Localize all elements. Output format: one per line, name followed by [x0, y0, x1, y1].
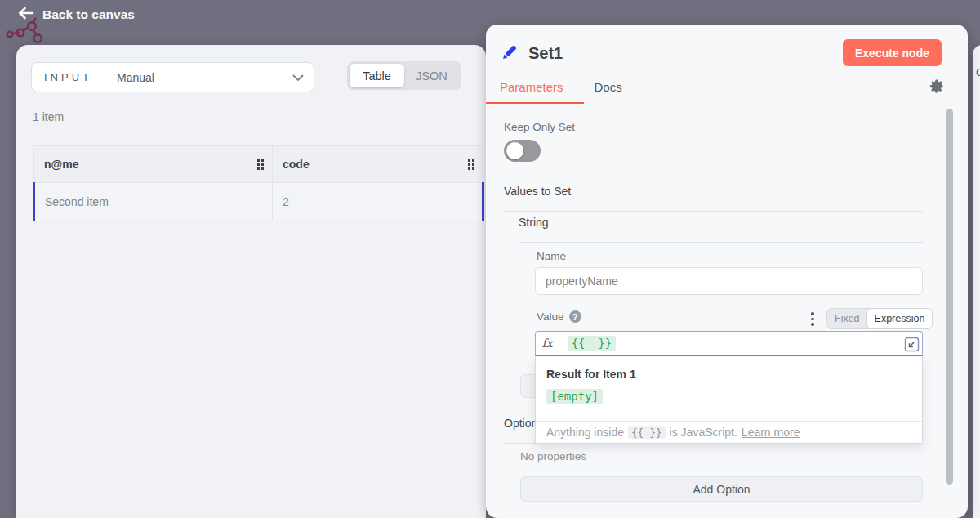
parameter-options-menu-icon[interactable]	[809, 310, 816, 328]
input-panel: INPUT Manual Table JSON 1 item n@me code	[16, 45, 486, 518]
input-panel-label: INPUT	[32, 63, 105, 92]
value-field-label: Value	[537, 310, 564, 323]
fixed-expression-toggle: Fixed Expression	[826, 308, 923, 329]
tab-bar: Parameters Docs	[500, 80, 622, 94]
column-header-label: n@me	[44, 158, 257, 171]
add-option-button[interactable]: Add Option	[520, 476, 923, 502]
execute-node-button[interactable]: Execute node	[843, 39, 942, 66]
expression-value[interactable]: {{ }}	[568, 336, 616, 351]
result-value: [empty]	[546, 389, 603, 404]
column-header-label: code	[283, 158, 468, 171]
input-source-control: INPUT Manual	[31, 62, 314, 92]
panel-scrollbar[interactable]	[946, 109, 953, 485]
help-icon[interactable]: ?	[569, 310, 581, 323]
input-source-selected-value: Manual	[117, 71, 292, 84]
tab-parameters[interactable]: Parameters	[500, 80, 564, 94]
string-section-header: String	[519, 216, 923, 243]
fx-icon: fx	[536, 332, 559, 355]
expression-input[interactable]: fx {{ }}	[535, 331, 923, 356]
node-title: Set1	[528, 44, 563, 63]
tab-docs[interactable]: Docs	[595, 80, 622, 94]
active-tab-indicator	[486, 102, 584, 104]
tab-json-view[interactable]: JSON	[404, 64, 459, 87]
learn-more-link[interactable]: Learn more	[742, 426, 800, 439]
tab-table-view[interactable]: Table	[350, 64, 404, 87]
input-source-select[interactable]: Manual	[105, 63, 314, 92]
toggle-knob	[506, 142, 523, 159]
drag-handle-icon[interactable]	[257, 159, 264, 170]
back-to-canvas-label: Back to canvas	[42, 7, 135, 22]
cell-code[interactable]: 2	[273, 183, 483, 221]
output-panel-label: OUTPUT	[976, 66, 980, 78]
pencil-icon[interactable]	[501, 42, 519, 65]
name-input[interactable]	[535, 267, 923, 295]
hint-prefix: Anything inside	[546, 426, 624, 439]
hint-code: {{ }}	[628, 426, 666, 439]
table-row[interactable]: Second item 2	[34, 183, 483, 221]
name-field-label: Name	[537, 250, 566, 262]
values-to-set-section-header: Values to Set	[504, 185, 923, 212]
chevron-down-icon	[292, 71, 304, 84]
column-header-name[interactable]: n@me	[34, 146, 273, 183]
open-expression-editor-icon[interactable]	[904, 337, 920, 355]
keep-only-set-toggle[interactable]	[504, 140, 541, 162]
expression-result-dropdown: Result for Item 1 [empty] Anything insid…	[535, 357, 923, 444]
drag-handle-icon[interactable]	[468, 159, 474, 170]
no-properties-label: No properties	[520, 450, 586, 462]
toggle-expression[interactable]: Expression	[866, 308, 933, 329]
input-view-toggle: Table JSON	[347, 61, 461, 90]
result-title: Result for Item 1	[546, 368, 636, 381]
gear-icon[interactable]	[929, 78, 945, 98]
back-to-canvas-button[interactable]: Back to canvas	[18, 7, 135, 23]
back-arrow-icon	[18, 7, 34, 23]
cell-name[interactable]: Second item	[34, 183, 273, 221]
expression-hint: Anything inside {{ }} is JavaScript. Lea…	[536, 421, 922, 443]
table-header-row: n@me code	[34, 146, 483, 183]
output-panel: OUTPUT	[973, 45, 980, 518]
keep-only-set-label: Keep Only Set	[504, 121, 575, 133]
column-header-code[interactable]: code	[273, 146, 483, 183]
node-settings-panel: Set1 Execute node Parameters Docs Keep O…	[486, 25, 968, 518]
items-count: 1 item	[33, 110, 64, 123]
input-data-table: n@me code Second item 2	[33, 145, 484, 221]
toggle-fixed[interactable]: Fixed	[827, 309, 867, 328]
hint-suffix: is JavaScript.	[670, 426, 737, 439]
